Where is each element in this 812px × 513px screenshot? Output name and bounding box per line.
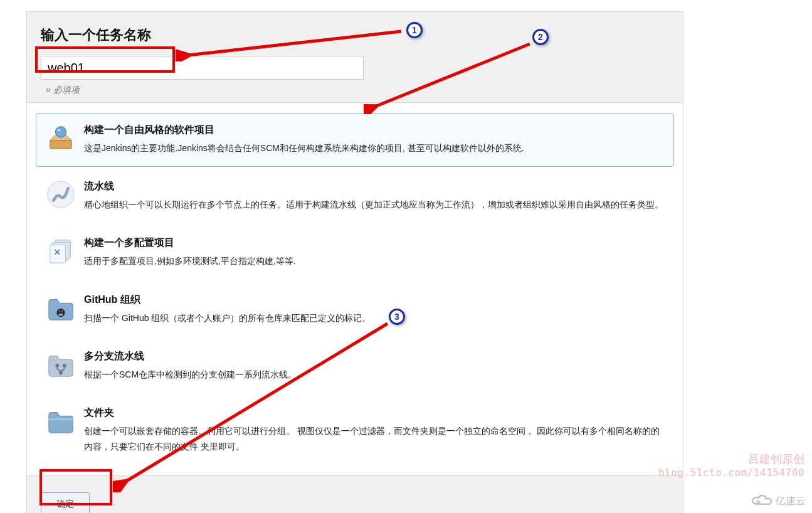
option-desc: 扫描一个 GitHub 组织（或者个人账户）的所有仓库来匹配已定义的标记。	[84, 310, 663, 326]
option-label: GitHub 组织	[84, 294, 663, 307]
svg-rect-6	[50, 245, 66, 263]
pipeline-icon	[46, 180, 75, 209]
option-desc: 适用于多配置项目,例如多环境测试,平台指定构建,等等.	[84, 253, 663, 269]
option-folder[interactable]: 文件夹 创建一个可以嵌套存储的容器。利用它可以进行分组。 视图仅仅是一个过滤器，…	[36, 396, 674, 465]
svg-point-9	[59, 310, 60, 311]
multibranch-icon	[46, 350, 75, 379]
footer: 确定	[27, 475, 683, 513]
watermark-site: 亿速云	[751, 494, 806, 508]
option-multibranch[interactable]: 多分支流水线 根据一个SCM仓库中检测到的分支创建一系列流水线。	[36, 339, 674, 393]
new-item-page: 输入一个任务名称 » 必填项 构建一个自由风格的软件项目 这是Jenkins的主…	[26, 11, 683, 513]
option-label: 构建一个多配置项目	[84, 236, 663, 250]
ok-button[interactable]: 确定	[41, 492, 90, 513]
svg-point-10	[61, 310, 63, 311]
watermark-author: 吕建钊原创 blog.51cto.com/14154700	[658, 452, 804, 479]
project-type-list: 构建一个自由风格的软件项目 这是Jenkins的主要功能.Jenkins将会结合…	[27, 102, 683, 475]
folder-icon	[46, 406, 75, 435]
option-desc: 根据一个SCM仓库中检测到的分支创建一系列流水线。	[84, 367, 663, 383]
option-pipeline[interactable]: 流水线 精心地组织一个可以长期运行在多个节点上的任务。适用于构建流水线（更加正式…	[36, 169, 674, 223]
option-label: 多分支流水线	[84, 350, 663, 363]
multiconfig-icon	[46, 236, 75, 265]
svg-point-13	[59, 371, 63, 374]
option-label: 构建一个自由风格的软件项目	[84, 124, 663, 137]
svg-point-2	[57, 129, 61, 132]
svg-point-11	[55, 364, 59, 368]
option-freestyle[interactable]: 构建一个自由风格的软件项目 这是Jenkins的主要功能.Jenkins将会结合…	[36, 113, 674, 167]
option-label: 文件夹	[84, 406, 663, 420]
option-label: 流水线	[84, 180, 663, 193]
svg-point-3	[48, 181, 74, 208]
header: 输入一个任务名称 » 必填项	[27, 12, 683, 102]
option-desc: 这是Jenkins的主要功能.Jenkins将会结合任何SCM和任何构建系统来构…	[84, 140, 663, 156]
svg-point-7	[56, 251, 58, 253]
svg-rect-0	[50, 140, 72, 149]
github-org-icon	[46, 294, 75, 322]
freestyle-icon	[46, 124, 75, 152]
svg-rect-14	[49, 418, 73, 420]
option-desc: 创建一个可以嵌套存储的容器。利用它可以进行分组。 视图仅仅是一个过滤器，而文件夹…	[84, 423, 663, 455]
cloud-icon	[751, 494, 772, 508]
page-title: 输入一个任务名称	[41, 26, 669, 45]
svg-point-18	[757, 501, 759, 504]
option-multiconfig[interactable]: 构建一个多配置项目 适用于多配置项目,例如多环境测试,平台指定构建,等等.	[36, 226, 674, 280]
required-hint: » 必填项	[41, 85, 669, 96]
task-name-input[interactable]	[41, 56, 364, 80]
option-github-org[interactable]: GitHub 组织 扫描一个 GitHub 组织（或者个人账户）的所有仓库来匹配…	[36, 283, 674, 337]
svg-point-12	[63, 364, 66, 368]
svg-point-1	[55, 127, 66, 137]
option-desc: 精心地组织一个可以长期运行在多个节点上的任务。适用于构建流水线（更加正式地应当称…	[84, 197, 663, 213]
